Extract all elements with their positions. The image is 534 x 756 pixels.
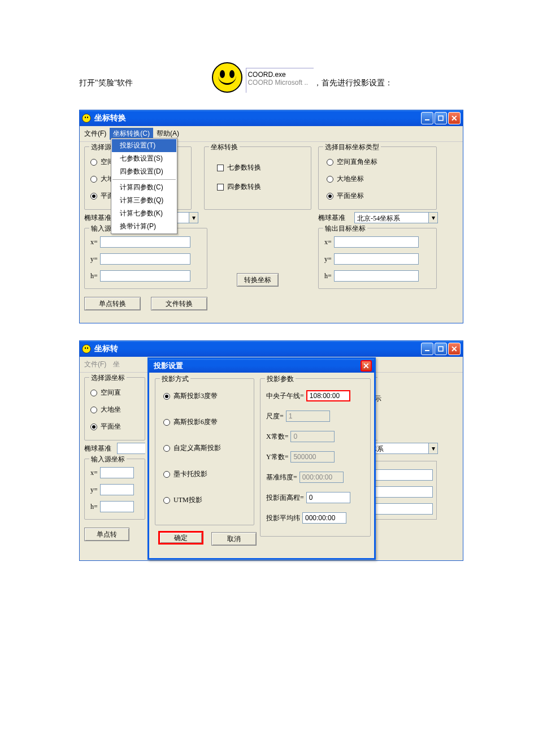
conversion-group-legend: 坐标转换: [209, 142, 240, 152]
input-source-y[interactable]: [100, 253, 190, 265]
coord-transform-dropdown: 投影设置(T) 七参数设置(S) 四参数设置(D) 计算四参数(C) 计算三参数…: [111, 138, 177, 234]
menubar: 文件(F) 坐标转换(C) 帮助(A) 投影设置(T) 七参数设置(S) 四参数…: [80, 126, 463, 142]
exe-file-label: COORD.exe COORD Microsoft ..: [246, 68, 314, 93]
projection-method-legend: 投影方式: [160, 374, 190, 384]
input-source-x-bg[interactable]: [100, 467, 134, 478]
output-target-y[interactable]: [334, 253, 419, 265]
input-source-h[interactable]: [100, 270, 190, 282]
svg-rect-0: [425, 119, 429, 120]
output-target-x[interactable]: [334, 236, 419, 248]
app-icon: [82, 114, 91, 123]
maximize-button[interactable]: [435, 112, 447, 124]
label-central-meridian: 中央子午线=: [266, 391, 304, 401]
minimize-button[interactable]: [421, 343, 433, 355]
exe-filename: COORD.exe: [248, 71, 310, 79]
exe-description: COORD Microsoft ..: [248, 79, 310, 87]
output-target-h[interactable]: [334, 270, 419, 282]
output-target-coord-group: 输出目标坐标 x= y= h=: [318, 228, 437, 289]
input-source-y-bg[interactable]: [100, 484, 134, 495]
svg-rect-2: [425, 350, 429, 351]
coord-transform-window: 坐标转换 ✕ 文件(F) 坐标转换(C) 帮助(A) 投影设置(T) 七参数设置…: [79, 110, 463, 323]
menu-item-projection-settings[interactable]: 投影设置(T): [112, 139, 176, 152]
checkbox-seven-param[interactable]: 七参数转换: [217, 163, 261, 172]
label-h: h=: [90, 272, 98, 280]
input-proj-elev[interactable]: [306, 492, 350, 503]
intro-suffix: ，首先进行投影设置：: [314, 77, 393, 93]
input-avg-lat[interactable]: [302, 512, 346, 524]
maximize-button[interactable]: [435, 343, 447, 355]
single-point-button[interactable]: 单点转换: [84, 297, 141, 310]
modal-titlebar[interactable]: 投影设置 ✕: [149, 359, 374, 373]
target-ellipsoid-combo[interactable]: 北京-54坐标系 ▾: [354, 212, 438, 223]
radio-utm[interactable]: UTM投影: [163, 495, 202, 505]
source-group-legend: 选择源: [89, 142, 113, 152]
radio-source-plane-bg[interactable]: 平面坐: [90, 422, 121, 431]
menu-item-four-param-settings[interactable]: 四参数设置(D): [112, 165, 176, 178]
coord-transform-window-bg: 坐标转 ✕ 文件(F) 坐 选择源坐标 空间直 大地坐 平面坐 椭球基准: [79, 340, 463, 561]
titlebar-bg[interactable]: 坐标转 ✕: [80, 341, 463, 357]
checkbox-four-param[interactable]: 四参数转换: [217, 182, 261, 192]
label-y: y=: [90, 255, 98, 263]
radio-gauss-6deg[interactable]: 高斯投影6度带: [163, 417, 218, 427]
radio-source-space-bg[interactable]: 空间直: [90, 388, 121, 398]
label-out-x: x=: [324, 238, 332, 247]
menu-item-seven-param-settings[interactable]: 七参数设置(S): [112, 152, 176, 165]
smiley-icon: [212, 62, 242, 93]
titlebar[interactable]: 坐标转换 ✕: [80, 110, 463, 126]
source-coord-type-group-bg: 选择源坐标 空间直 大地坐 平面坐: [84, 377, 145, 440]
intro-prefix: 打开"笑脸"软件: [79, 77, 133, 93]
target-group-legend: 选择目标坐标类型: [323, 142, 381, 152]
cancel-button[interactable]: 取消: [211, 532, 257, 546]
source-ellipsoid-combo-bg[interactable]: [117, 443, 145, 454]
input-central-meridian[interactable]: [306, 390, 350, 401]
window-title: 坐标转换: [94, 113, 126, 123]
dropdown-arrow-icon: ▾: [428, 443, 437, 453]
radio-target-plane[interactable]: 平面坐标: [327, 191, 364, 201]
target-ellipsoid-label: 椭球基准: [318, 213, 345, 223]
label-h-bg: h=: [90, 503, 98, 511]
close-button[interactable]: ✕: [448, 112, 461, 124]
menu-item-calc-three-param[interactable]: 计算三参数(Q): [112, 194, 176, 207]
radio-mercator[interactable]: 墨卡托投影: [163, 469, 207, 479]
menu-item-zone-calc[interactable]: 换带计算(P): [112, 220, 176, 233]
menu-file[interactable]: 文件(F): [81, 128, 110, 140]
input-source-h-bg[interactable]: [100, 501, 134, 512]
input-x-const: [290, 431, 335, 442]
menu-item-calc-seven-param[interactable]: 计算七参数(K): [112, 207, 176, 220]
app-icon: [82, 344, 91, 353]
intro-row: 打开"笑脸"软件 COORD.exe COORD Microsoft .. ，首…: [79, 62, 463, 93]
svg-rect-1: [439, 116, 443, 120]
coord-conversion-group: 坐标转换 七参数转换 四参数转换: [204, 146, 311, 210]
input-source-x[interactable]: [100, 236, 190, 248]
label-proj-elev: 投影面高程=: [266, 493, 304, 503]
output-target-h-edge[interactable]: [366, 503, 433, 515]
file-convert-button[interactable]: 文件转换: [151, 297, 207, 310]
input-y-const: [290, 451, 335, 463]
menu-file-disabled: 文件(F): [81, 358, 110, 370]
label-out-h: h=: [324, 272, 332, 280]
radio-custom-gauss[interactable]: 自定义高斯投影: [163, 443, 221, 453]
dropdown-arrow-icon: ▾: [428, 213, 437, 223]
modal-title: 投影设置: [154, 361, 183, 371]
output-target-y-edge[interactable]: [366, 486, 433, 498]
radio-target-geodetic[interactable]: 大地坐标: [327, 174, 364, 184]
close-button[interactable]: ✕: [448, 343, 461, 355]
output-target-x-edge[interactable]: [366, 469, 433, 481]
label-y-const: Y常数=: [266, 452, 288, 462]
minimize-button[interactable]: [421, 112, 433, 124]
single-point-button-bg[interactable]: 单点转: [84, 528, 129, 541]
source-ellipsoid-label-bg: 椭球基准: [84, 444, 111, 453]
label-base-lat: 基准纬度=: [266, 473, 297, 482]
convert-button[interactable]: 转换坐标: [237, 273, 279, 287]
label-y-bg: y=: [90, 486, 98, 494]
label-x: x=: [90, 238, 98, 247]
label-avg-lat: 投影平均纬: [266, 513, 300, 523]
dropdown-arrow-icon: ▾: [189, 213, 198, 223]
radio-source-geodetic-bg[interactable]: 大地坐: [90, 405, 121, 414]
projection-settings-dialog: 投影设置 ✕ 投影方式 高斯投影3度带 高斯投影6度带 自定义高斯投影 墨卡托投…: [147, 357, 376, 560]
menu-item-calc-four-param[interactable]: 计算四参数(C): [112, 181, 176, 194]
ok-button[interactable]: 确定: [158, 531, 203, 545]
modal-close-button[interactable]: ✕: [361, 360, 372, 371]
radio-gauss-3deg[interactable]: 高斯投影3度带: [163, 391, 218, 401]
radio-target-space[interactable]: 空间直角坐标: [327, 157, 377, 167]
